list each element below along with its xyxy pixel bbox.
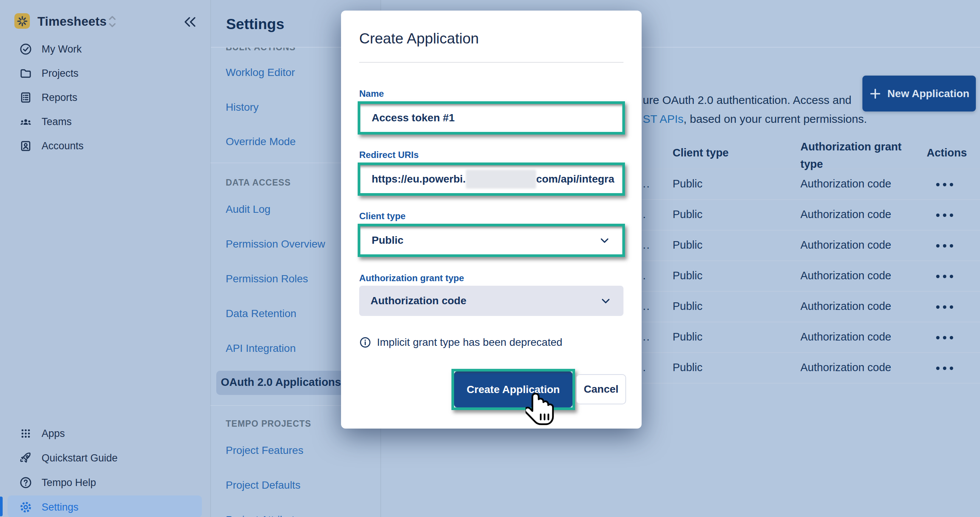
sidebar-item-label: Projects — [41, 68, 79, 79]
nav-item-data-retention[interactable]: Data Retention — [226, 308, 296, 320]
nav-item-api-integration[interactable]: API Integration — [226, 343, 296, 355]
ellipsis-icon — [950, 183, 953, 186]
new-application-button[interactable]: New Application — [862, 76, 976, 111]
sidebar-item-label: Settings — [41, 501, 79, 513]
truncated-cell-tail: .. — [643, 239, 650, 251]
ellipsis-icon — [943, 275, 947, 278]
sidebar-item-my-work[interactable]: My Work — [19, 41, 82, 57]
column-header-client-type: Client type — [673, 147, 729, 159]
sidebar-item-quickstart-guide[interactable]: Quickstart Guide — [19, 450, 118, 466]
rocket-icon — [19, 451, 32, 465]
nav-item-audit-log[interactable]: Audit Log — [226, 203, 270, 216]
nav-item-project-defaults[interactable]: Project Defaults — [226, 479, 301, 491]
deprecation-info-text: Implicit grant type has been deprecated — [377, 336, 562, 349]
redirect-uris-input[interactable]: https://eu.powerbi. com/api/integra — [360, 165, 622, 193]
sidebar-item-accounts[interactable]: Accounts — [19, 138, 84, 154]
nav-item-project-features[interactable]: Project Features — [226, 444, 303, 457]
folder-icon — [19, 67, 32, 80]
plus-icon — [869, 87, 882, 100]
sidebar-item-label: Reports — [41, 92, 78, 103]
nav-item-worklog-editor[interactable]: Worklog Editor — [226, 67, 295, 79]
nav-item-project-attributes[interactable]: Project Attributes — [226, 514, 306, 517]
client-type-annotation: Public — [358, 224, 625, 257]
column-header-actions: Actions — [927, 147, 967, 159]
name-input[interactable]: Access token #1 — [360, 104, 622, 132]
new-application-label: New Application — [888, 88, 969, 100]
deprecation-info: Implicit grant type has been deprecated — [359, 336, 562, 349]
cancel-button[interactable]: Cancel — [576, 374, 626, 404]
truncated-cell-tail: . — [643, 361, 646, 374]
row-actions-button[interactable] — [928, 169, 961, 200]
ellipsis-icon — [950, 214, 953, 217]
chevron-down-icon — [598, 234, 611, 247]
cell-client-type: Public — [673, 300, 703, 312]
sidebar-item-settings[interactable]: Settings — [19, 499, 79, 515]
sidebar-item-apps[interactable]: Apps — [19, 425, 65, 442]
hand-cursor — [525, 392, 555, 426]
cell-grant-type: Authorization code — [800, 361, 891, 374]
cell-grant-type: Authorization code — [800, 178, 891, 190]
ellipsis-icon — [943, 214, 947, 217]
name-field-annotation: Access token #1 — [358, 101, 625, 135]
cell-client-type: Public — [673, 270, 703, 282]
workspace-title: Timesheets — [37, 14, 107, 29]
sidebar-item-teams[interactable]: Teams — [19, 113, 72, 130]
sunburst-icon — [17, 16, 28, 27]
truncated-cell-tail: .. — [643, 300, 650, 312]
sidebar-item-label: My Work — [41, 43, 82, 55]
modal-title: Create Application — [359, 30, 479, 47]
page-description: ure OAuth 2.0 authentication. Access and… — [643, 91, 885, 128]
row-actions-button[interactable] — [928, 230, 961, 261]
column-header-grant-type: Authorization grant type — [800, 138, 906, 173]
settings-panel-title: Settings — [226, 16, 284, 32]
row-actions-button[interactable] — [928, 292, 961, 322]
gear-icon — [19, 500, 32, 514]
description-line-2: ST APIs, based on your current permissio… — [643, 109, 885, 128]
redirect-field-annotation: https://eu.powerbi. com/api/integra — [358, 162, 625, 196]
ellipsis-icon — [943, 183, 947, 186]
check-circle-icon — [19, 42, 32, 56]
nav-item-permission-overview[interactable]: Permission Overview — [226, 238, 325, 250]
cell-client-type: Public — [673, 331, 703, 343]
truncated-cell-tail: . — [643, 208, 646, 221]
ellipsis-icon — [936, 183, 940, 186]
client-type-select[interactable]: Public — [360, 226, 622, 254]
rest-apis-link[interactable]: ST APIs — [643, 113, 684, 125]
row-actions-button[interactable] — [928, 261, 961, 292]
section-header-data-access: DATA ACCESS — [226, 178, 291, 188]
cell-client-type: Public — [673, 361, 703, 374]
nav-item-oauth-applications[interactable]: OAuth 2.0 Applications — [221, 376, 341, 389]
collapse-sidebar-button[interactable] — [184, 17, 197, 27]
report-list-icon — [19, 91, 32, 104]
nav-item-override-mode[interactable]: Override Mode — [226, 136, 296, 148]
row-actions-button[interactable] — [928, 200, 961, 230]
create-application-modal: Create Application Name Access token #1 … — [341, 11, 642, 428]
workspace-switcher[interactable] — [107, 15, 117, 28]
nav-item-history[interactable]: History — [226, 101, 259, 113]
cell-client-type: Public — [673, 178, 703, 190]
sidebar-item-projects[interactable]: Projects — [19, 65, 79, 82]
sidebar-item-reports[interactable]: Reports — [19, 89, 78, 106]
apps-grid-icon — [19, 427, 32, 440]
redirect-uris-label: Redirect URIs — [359, 150, 418, 160]
double-chevron-left-icon — [184, 17, 197, 27]
cell-grant-type: Authorization code — [800, 239, 891, 251]
sidebar-item-label: Tempo Help — [41, 477, 96, 488]
nav-item-permission-roles[interactable]: Permission Roles — [226, 273, 308, 285]
grant-type-select[interactable]: Authorization code — [359, 286, 624, 316]
grant-type-label: Authorization grant type — [359, 273, 464, 284]
row-actions-button[interactable] — [928, 353, 961, 384]
tempo-logo — [14, 13, 30, 29]
person-card-icon — [19, 139, 32, 153]
ellipsis-icon — [950, 336, 953, 339]
truncated-cell-tail: .. — [643, 331, 650, 343]
row-actions-button[interactable] — [928, 322, 961, 353]
ellipsis-icon — [943, 366, 947, 370]
sidebar-item-tempo-help[interactable]: Tempo Help — [19, 474, 96, 491]
ellipsis-icon — [943, 244, 947, 247]
submit-button-annotation: Create Application — [452, 369, 575, 410]
ellipsis-icon — [943, 336, 947, 339]
app-sidebar: Timesheets My Work Projects Reports — [0, 0, 210, 517]
modal-title-divider — [359, 62, 624, 63]
cell-grant-type: Authorization code — [800, 331, 891, 343]
